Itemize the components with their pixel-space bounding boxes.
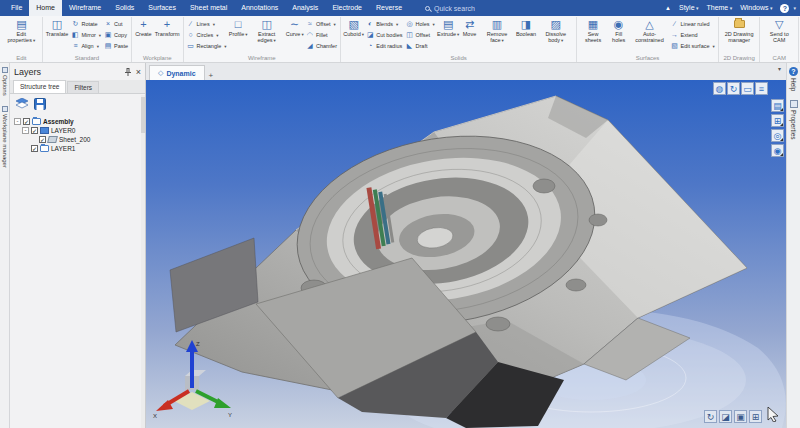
- ribbon-button-rotate[interactable]: ↻Rotate: [70, 19, 102, 29]
- menu-icon[interactable]: ≡: [755, 82, 768, 95]
- menu-wireframe[interactable]: Wireframe: [62, 0, 108, 16]
- checkbox-icon[interactable]: ✓: [23, 118, 30, 125]
- multi-view-icon[interactable]: ⊞: [749, 410, 762, 423]
- ribbon-button-copy[interactable]: ▣Copy: [103, 30, 129, 40]
- new-tab-button[interactable]: +: [205, 71, 218, 80]
- extrude-icon: ▤: [443, 18, 453, 30]
- ribbon-button-auto-constrained[interactable]: △Auto-constrained: [630, 17, 668, 44]
- search-icon: [425, 6, 430, 11]
- ribbon-button-sew-sheets[interactable]: ▦Sew sheets: [579, 17, 607, 44]
- ribbon-button-paste[interactable]: ▤Paste: [103, 41, 129, 51]
- ribbon-button-extend[interactable]: →Extend: [669, 30, 715, 40]
- help-icon[interactable]: ?: [780, 4, 789, 13]
- menu-annotations[interactable]: Annotations: [234, 0, 285, 16]
- save-layers-icon[interactable]: [34, 98, 46, 110]
- pan-icon[interactable]: ◪: [719, 410, 732, 423]
- ribbon-button-cut-bodies[interactable]: ◪Cut bodies: [365, 30, 403, 40]
- ribbon-button-boolean[interactable]: ◨Boolean: [516, 17, 537, 38]
- zoom-box-icon[interactable]: ▣: [734, 410, 747, 423]
- ribbon-button-edit-radius[interactable]: ◔Edit radius: [365, 41, 403, 51]
- visual-manager-icon[interactable]: ▤: [771, 99, 784, 112]
- cut-icon: ×: [104, 20, 112, 28]
- ribbon-button-extrude[interactable]: ▤Extrude▾: [437, 17, 460, 39]
- tab-filters[interactable]: Filters: [67, 81, 99, 93]
- view-sphere-icon[interactable]: ◍: [713, 82, 726, 95]
- ribbon-button-create[interactable]: +Create: [134, 17, 153, 38]
- sidebar-tab-properties[interactable]: Properties: [790, 98, 798, 142]
- ribbon-button-align[interactable]: ≡Align▾: [70, 41, 102, 51]
- menu-home[interactable]: Home: [29, 0, 62, 16]
- menu-windows[interactable]: Windows ▾: [736, 0, 776, 16]
- ribbon-button-label: Linear ruled: [680, 21, 709, 27]
- ribbon-button-lines[interactable]: ∕Lines▾: [186, 19, 228, 29]
- ribbon-button-fill-holes[interactable]: ◉Fill holes: [608, 17, 630, 44]
- menu-surfaces[interactable]: Surfaces: [141, 0, 183, 16]
- grid-settings-icon[interactable]: ⊞: [771, 114, 784, 127]
- tree-item-assembly[interactable]: -✓Assembly: [12, 117, 143, 126]
- window-icon[interactable]: ▭: [741, 82, 754, 95]
- ribbon-button-extract-edges[interactable]: ◫Extract edges▾: [249, 17, 285, 45]
- tree-item-layer0[interactable]: -✓LAYER0: [12, 126, 143, 135]
- chevron-down-icon: ▾: [769, 5, 773, 11]
- menu-style[interactable]: Style ▾: [675, 0, 702, 16]
- ribbon-button-offset[interactable]: ≈Offset▾: [305, 19, 338, 29]
- collapse-expander-icon[interactable]: -: [22, 127, 29, 134]
- menu-solids[interactable]: Solids: [108, 0, 141, 16]
- layer-states-icon[interactable]: [15, 98, 29, 110]
- menu-file[interactable]: File: [4, 0, 29, 16]
- ribbon-button-cut[interactable]: ×Cut: [103, 19, 129, 29]
- tab-dynamic[interactable]: ◇ Dynamic: [149, 65, 205, 80]
- ribbon-button-draft[interactable]: ◣Draft: [405, 41, 436, 51]
- ribbon-button-profile[interactable]: □Profile▾: [229, 17, 248, 39]
- ribbon-button-remove-face[interactable]: ▥Remove face▾: [479, 17, 514, 45]
- ribbon-button-dissolve-body[interactable]: ▨Dissolve body▾: [537, 17, 574, 45]
- tree-item-sheet-200[interactable]: ✓Sheet_200: [12, 135, 143, 144]
- help-caret-icon[interactable]: ▾: [793, 5, 796, 11]
- ribbon-button-mirror[interactable]: ◧Mirror▾: [70, 30, 102, 40]
- ribbon-button-rectangle[interactable]: ▭Rectangle▾: [186, 41, 228, 51]
- ribbon-button-linear-ruled[interactable]: ∕Linear ruled: [669, 19, 715, 29]
- rotate-view-icon[interactable]: ↻: [727, 82, 740, 95]
- ribbon-button-offset[interactable]: ◫Offset: [405, 30, 436, 40]
- menu-analysis[interactable]: Analysis: [285, 0, 325, 16]
- ribbon-button-circles[interactable]: ○Circles▾: [186, 30, 228, 40]
- tree-item-layer1[interactable]: ✓LAYER1: [12, 144, 143, 153]
- sidebar-tab-help[interactable]: ? Help: [789, 65, 798, 93]
- config-gear-icon[interactable]: ◎: [771, 129, 784, 142]
- ribbon-button-edit-surface[interactable]: ▧Edit surface▾: [669, 41, 715, 51]
- checkbox-icon[interactable]: ✓: [39, 136, 46, 143]
- panel-scrollbar[interactable]: [141, 95, 145, 428]
- ribbon-button-edit-properties[interactable]: ▤Edit properties▾: [3, 17, 40, 45]
- ribbon-collapse-icon[interactable]: ▲: [662, 5, 674, 11]
- viewport-3d[interactable]: Z X Y ◍↻▭≡ ▤⊞◎◉ ↻◪▣⊞: [146, 80, 786, 428]
- chevron-down-icon: ▾: [695, 5, 699, 11]
- collapse-expander-icon[interactable]: -: [14, 118, 21, 125]
- menu-electrode[interactable]: Electrode: [325, 0, 369, 16]
- ribbon-button-chamfer[interactable]: ◢Chamfer: [305, 41, 338, 51]
- ribbon-button-holes[interactable]: ◎Holes▾: [405, 19, 436, 29]
- orbit-icon[interactable]: ↻: [704, 410, 717, 423]
- ribbon-button-transform[interactable]: +Transform: [154, 17, 181, 38]
- pin-icon[interactable]: [124, 68, 132, 76]
- tab-structure-tree[interactable]: Structure tree: [13, 80, 66, 93]
- ribbon-button-translate[interactable]: ◫Translate: [45, 17, 70, 38]
- ribbon-button-2d-drawing-manager[interactable]: 2D Drawing manager: [721, 17, 758, 44]
- checkbox-icon[interactable]: ✓: [31, 145, 38, 152]
- regen-icon[interactable]: ◉: [771, 144, 784, 157]
- ribbon-button-fillet[interactable]: ◠Fillet: [305, 30, 338, 40]
- edit-properties-icon: ▤: [16, 18, 26, 30]
- ribbon-button-move[interactable]: ⇄Move: [460, 17, 478, 38]
- ribbon-button-blends[interactable]: ◐Blends▾: [365, 19, 403, 29]
- sidebar-tab-workplane-manager[interactable]: Workplane manager: [2, 103, 8, 171]
- menu-sheet-metal[interactable]: Sheet metal: [183, 0, 234, 16]
- sidebar-tab-options[interactable]: Options: [2, 64, 8, 99]
- menu-reverse[interactable]: Reverse: [369, 0, 409, 16]
- ribbon-button-curve[interactable]: ∼Curve▾: [286, 17, 304, 39]
- ribbon-button-send-to-cam[interactable]: ▽Send to CAM: [762, 17, 796, 44]
- close-icon[interactable]: ×: [136, 68, 141, 76]
- ribbon-button-cuboid[interactable]: ▧Cuboid▾: [343, 17, 364, 39]
- tabbar-caret-icon[interactable]: ▾: [778, 65, 781, 72]
- menu-theme[interactable]: Theme ▾: [702, 0, 736, 16]
- checkbox-icon[interactable]: ✓: [31, 127, 38, 134]
- quick-search[interactable]: Quick search: [425, 5, 475, 12]
